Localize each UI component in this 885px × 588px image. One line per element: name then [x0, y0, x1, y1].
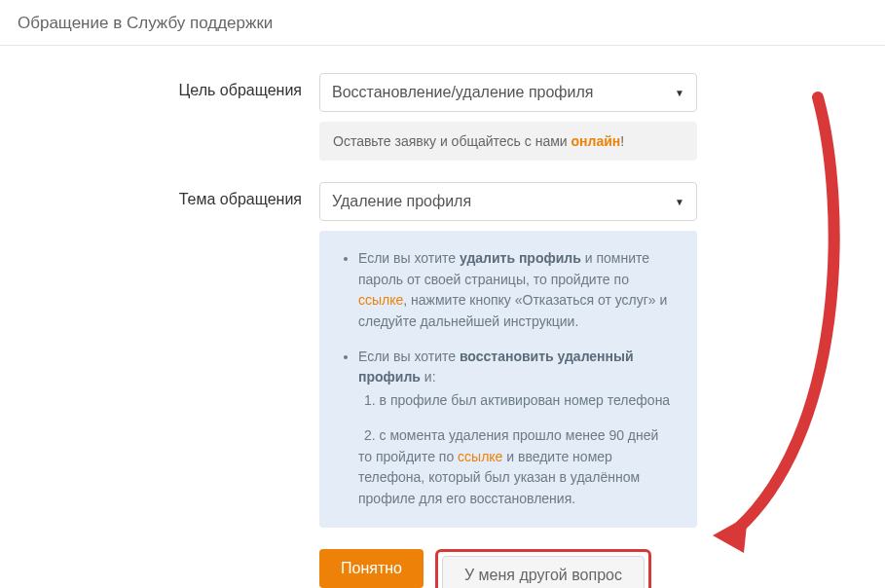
purpose-hint: Оставьте заявку и общайтесь с нами онлай… [319, 122, 697, 161]
restore-cond-1: 1. в профиле был активирован номер телеф… [364, 390, 678, 412]
topic-field-col: Удаление профиля ▼ Если вы хотите удалит… [319, 182, 697, 528]
buttons-col: Понятно У меня другой вопрос [319, 549, 697, 588]
page-header: Обращение в Службу поддержки [0, 0, 885, 46]
hint-link[interactable]: онлайн [572, 133, 621, 149]
topic-row: Тема обращения Удаление профиля ▼ Если в… [39, 182, 846, 528]
purpose-label: Цель обращения [39, 73, 319, 99]
chevron-down-icon: ▼ [675, 88, 684, 98]
topic-select[interactable]: Удаление профиля ▼ [319, 182, 697, 221]
hint-suffix: ! [620, 133, 624, 149]
hint-prefix: Оставьте заявку и общайтесь с нами [333, 133, 572, 149]
restore-cond-2: 2. с момента удаления прошло менее 90 дн… [364, 425, 678, 447]
delete-link[interactable]: ссылке [358, 292, 403, 308]
annotation-highlight: У меня другой вопрос [435, 549, 651, 588]
purpose-row: Цель обращения Восстановление/удаление п… [39, 73, 846, 161]
info-item-restore: Если вы хотите восстановить удаленный пр… [358, 347, 678, 510]
restore-link[interactable]: ссылке [458, 449, 502, 464]
chevron-down-icon: ▼ [675, 197, 684, 207]
topic-select-value: Удаление профиля [332, 193, 471, 210]
purpose-field-col: Восстановление/удаление профиля ▼ Оставь… [319, 73, 697, 161]
other-question-button[interactable]: У меня другой вопрос [442, 556, 645, 588]
topic-info: Если вы хотите удалить профиль и помните… [319, 231, 697, 528]
page-title: Обращение в Службу поддержки [18, 14, 273, 32]
form-content: Цель обращения Восстановление/удаление п… [0, 46, 885, 588]
buttons-row: Понятно У меня другой вопрос [39, 549, 846, 588]
topic-label: Тема обращения [39, 182, 319, 208]
purpose-select[interactable]: Восстановление/удаление профиля ▼ [319, 73, 697, 112]
ok-button[interactable]: Понятно [319, 549, 424, 588]
purpose-select-value: Восстановление/удаление профиля [332, 84, 593, 101]
info-item-delete: Если вы хотите удалить профиль и помните… [358, 248, 678, 333]
